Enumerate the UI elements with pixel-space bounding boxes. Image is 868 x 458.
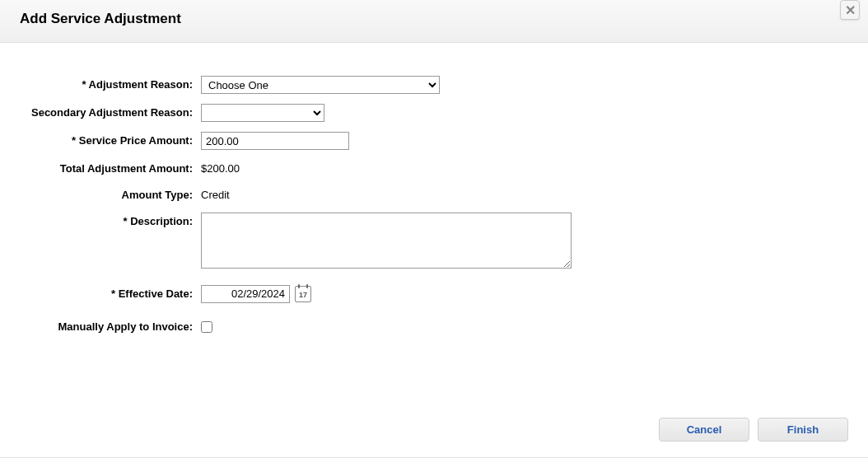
value-amount-type: Credit [201, 186, 230, 201]
dialog-title: Add Service Adjustment [20, 11, 848, 27]
row-service-price-amount: * Service Price Amount: [20, 132, 848, 150]
calendar-icon[interactable]: 17 [295, 286, 311, 302]
value-total-adjustment-amount: $200.00 [201, 160, 240, 175]
row-amount-type: Amount Type: Credit [20, 186, 848, 203]
row-total-adjustment-amount: Total Adjustment Amount: $200.00 [20, 160, 848, 176]
input-service-price-amount[interactable] [201, 132, 349, 150]
close-button[interactable]: ✕ [840, 0, 860, 20]
label-total-adjustment-amount: Total Adjustment Amount: [20, 160, 201, 176]
row-manually-apply: Manually Apply to Invoice: [20, 318, 848, 334]
label-manually-apply: Manually Apply to Invoice: [20, 318, 201, 334]
label-description: * Description: [20, 213, 201, 229]
label-service-price-amount: * Service Price Amount: [20, 132, 201, 148]
input-effective-date[interactable] [201, 285, 290, 303]
select-adjustment-reason[interactable]: Choose One [201, 76, 440, 94]
select-secondary-reason[interactable] [201, 104, 324, 122]
row-effective-date: * Effective Date: 17 [20, 285, 848, 303]
label-adjustment-reason: * Adjustment Reason: [20, 76, 201, 92]
row-secondary-reason: Secondary Adjustment Reason: [20, 104, 848, 122]
form-area: * Adjustment Reason: Choose One Secondar… [0, 43, 868, 361]
row-adjustment-reason: * Adjustment Reason: Choose One [20, 76, 848, 94]
dialog-header: Add Service Adjustment ✕ [0, 0, 868, 43]
close-icon: ✕ [845, 2, 856, 18]
cancel-button[interactable]: Cancel [659, 418, 749, 442]
finish-button[interactable]: Finish [758, 418, 848, 442]
calendar-icon-day: 17 [299, 291, 307, 299]
row-description: * Description: [20, 213, 848, 269]
checkbox-manually-apply[interactable] [201, 321, 212, 333]
label-effective-date: * Effective Date: [20, 285, 201, 301]
label-amount-type: Amount Type: [20, 186, 201, 203]
label-secondary-reason: Secondary Adjustment Reason: [20, 104, 201, 120]
button-bar: Cancel Finish [659, 418, 848, 442]
textarea-description[interactable] [201, 213, 572, 269]
